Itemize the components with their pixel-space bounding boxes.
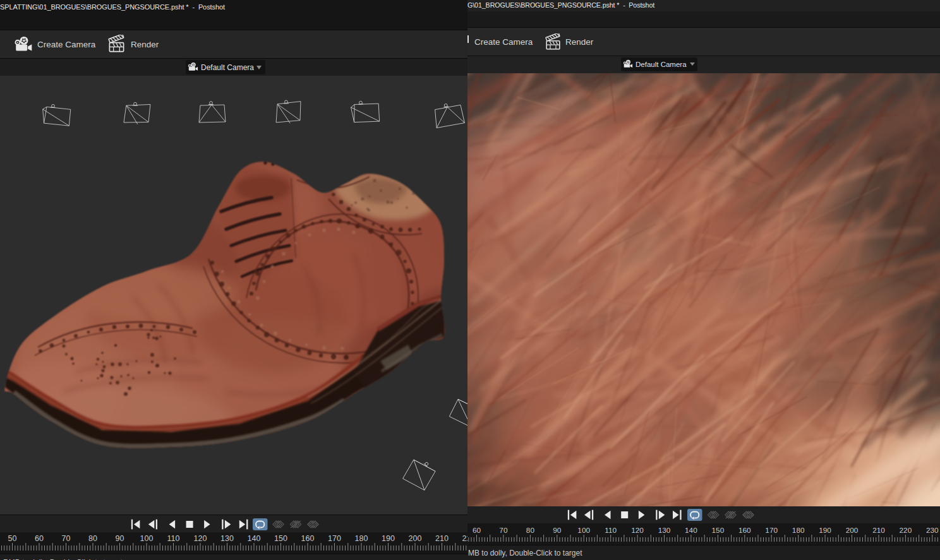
svg-text:220: 220 bbox=[900, 526, 912, 535]
svg-text:130: 130 bbox=[658, 526, 671, 535]
svg-text:70: 70 bbox=[62, 534, 71, 543]
svg-text:70: 70 bbox=[499, 526, 508, 535]
svg-text:100: 100 bbox=[140, 534, 154, 543]
svg-text:180: 180 bbox=[792, 526, 805, 535]
svg-text:120: 120 bbox=[631, 526, 644, 535]
svg-text:100: 100 bbox=[577, 526, 590, 535]
svg-text:120: 120 bbox=[194, 534, 207, 543]
svg-text:90: 90 bbox=[553, 526, 562, 535]
svg-text:210: 210 bbox=[872, 526, 885, 535]
svg-text:160: 160 bbox=[301, 534, 315, 543]
svg-text:110: 110 bbox=[605, 526, 617, 535]
svg-text:230: 230 bbox=[926, 526, 939, 535]
svg-text:130: 130 bbox=[220, 534, 234, 543]
svg-text:200: 200 bbox=[409, 534, 422, 543]
svg-text:110: 110 bbox=[167, 534, 180, 543]
svg-text:80: 80 bbox=[526, 526, 535, 535]
svg-text:160: 160 bbox=[738, 526, 751, 535]
svg-text:190: 190 bbox=[382, 534, 395, 543]
svg-text:80: 80 bbox=[88, 534, 97, 543]
svg-text:210: 210 bbox=[435, 534, 449, 543]
svg-text:150: 150 bbox=[274, 534, 287, 543]
svg-text:60: 60 bbox=[35, 534, 44, 543]
svg-text:140: 140 bbox=[248, 534, 261, 543]
svg-text:140: 140 bbox=[685, 526, 697, 535]
svg-text:150: 150 bbox=[712, 526, 725, 535]
svg-text:90: 90 bbox=[116, 534, 124, 543]
svg-text:220: 220 bbox=[462, 534, 467, 543]
svg-text:60: 60 bbox=[473, 526, 481, 535]
svg-text:180: 180 bbox=[355, 534, 368, 543]
svg-text:170: 170 bbox=[765, 526, 778, 535]
svg-text:170: 170 bbox=[328, 534, 341, 543]
svg-text:190: 190 bbox=[819, 526, 831, 535]
svg-text:50: 50 bbox=[8, 534, 17, 543]
svg-text:200: 200 bbox=[846, 526, 859, 535]
